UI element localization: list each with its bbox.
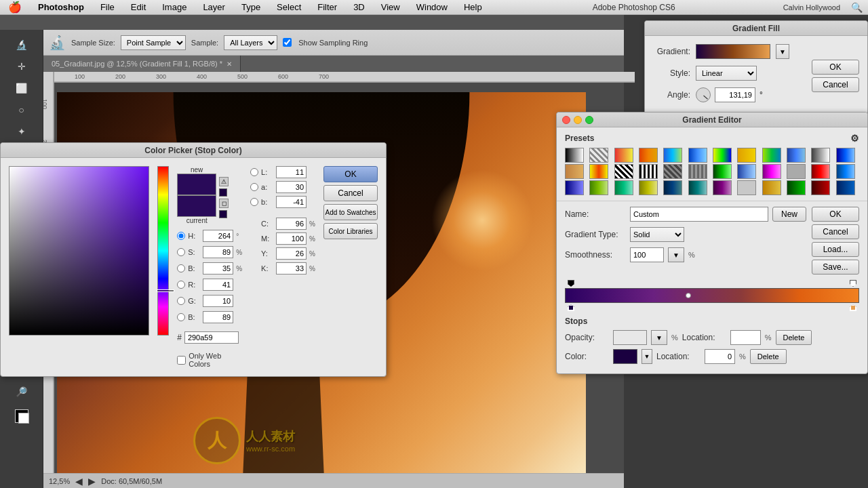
preset-swatch-31[interactable] <box>737 180 756 195</box>
save-button[interactable]: Save... <box>812 260 859 274</box>
green-radio[interactable] <box>177 297 185 305</box>
gradient-fill-ok-button[interactable]: OK <box>812 60 859 75</box>
y-input[interactable] <box>276 247 307 260</box>
preset-swatch-33[interactable] <box>787 180 806 195</box>
menu-filter[interactable]: Filter <box>315 2 340 12</box>
opacity-dropdown[interactable]: ▼ <box>651 330 667 345</box>
tab-close-button[interactable]: ✕ <box>226 60 232 68</box>
picker-ok-button[interactable]: OK <box>323 166 378 182</box>
location-opacity-input[interactable] <box>730 330 761 345</box>
add-to-swatches-button[interactable]: Add to Swatches <box>323 204 378 220</box>
smoothness-dropdown[interactable]: ▼ <box>668 247 684 262</box>
hex-input[interactable] <box>184 331 239 344</box>
search-icon[interactable]: 🔍 <box>851 2 863 13</box>
menu-photoshop[interactable]: Photoshop <box>35 2 87 12</box>
name-input[interactable] <box>630 207 768 222</box>
preset-swatch-23[interactable] <box>836 164 855 179</box>
a-radio[interactable] <box>250 183 258 191</box>
gamut-icon[interactable]: ◻ <box>219 199 229 208</box>
new-gradient-button[interactable]: New <box>772 207 806 222</box>
preset-swatch-28[interactable] <box>663 180 682 195</box>
color-field[interactable] <box>9 166 149 336</box>
brightness-radio[interactable] <box>177 264 185 272</box>
preset-swatch-35[interactable] <box>836 180 855 195</box>
preset-swatch-32[interactable] <box>762 180 781 195</box>
smoothness-input[interactable] <box>630 247 664 262</box>
gradient-type-select[interactable]: Solid <box>630 227 684 242</box>
preset-swatch-15[interactable] <box>639 164 658 179</box>
tool-wand[interactable]: ✦ <box>12 122 31 141</box>
b2-input[interactable] <box>203 311 233 323</box>
preset-swatch-10[interactable] <box>811 148 830 163</box>
blue-radio[interactable] <box>177 313 185 321</box>
l-radio[interactable] <box>250 168 258 176</box>
r-input[interactable] <box>203 279 233 291</box>
menu-view[interactable]: View <box>378 2 403 12</box>
show-sampling-ring-checkbox[interactable] <box>283 38 292 47</box>
menu-type[interactable]: Type <box>239 2 263 12</box>
preset-swatch-1[interactable] <box>589 148 608 163</box>
color-stop-left[interactable] <box>568 304 574 311</box>
preset-swatch-21[interactable] <box>787 164 806 179</box>
l-input[interactable] <box>276 166 307 178</box>
angle-dial[interactable] <box>696 87 711 102</box>
preset-swatch-11[interactable] <box>836 148 855 163</box>
b-input[interactable] <box>203 262 233 274</box>
preset-swatch-17[interactable] <box>688 164 707 179</box>
menu-file[interactable]: File <box>98 2 117 12</box>
h-input[interactable] <box>203 230 233 242</box>
location-color-input[interactable] <box>705 349 735 364</box>
b3-input[interactable] <box>276 196 307 208</box>
color-libraries-button[interactable]: Color Libraries <box>323 223 378 239</box>
menu-help[interactable]: Help <box>461 2 485 12</box>
preset-swatch-4[interactable] <box>663 148 682 163</box>
saturation-radio[interactable] <box>177 248 185 256</box>
prev-icon[interactable]: ◀ <box>75 476 83 487</box>
preset-swatch-20[interactable] <box>762 164 781 179</box>
preset-swatch-13[interactable] <box>589 164 608 179</box>
background-color[interactable] <box>18 413 29 424</box>
delete-color-stop-button[interactable]: Delete <box>750 349 787 364</box>
sample-size-select[interactable]: Point Sample <box>121 35 186 50</box>
gradient-bar[interactable] <box>565 288 859 303</box>
foreground-background-colors[interactable] <box>15 409 28 423</box>
tool-zoom[interactable]: 🔎 <box>12 382 31 401</box>
only-web-colors-checkbox[interactable] <box>177 356 186 365</box>
foreground-color[interactable] <box>15 409 28 423</box>
preset-swatch-22[interactable] <box>811 164 830 179</box>
tool-lasso[interactable]: ○ <box>12 100 31 119</box>
preset-swatch-3[interactable] <box>639 148 658 163</box>
web-safe-icon[interactable]: ⚠ <box>219 177 229 186</box>
preset-swatch-29[interactable] <box>688 180 707 195</box>
preset-swatch-16[interactable] <box>663 164 682 179</box>
g-input[interactable] <box>203 295 233 307</box>
menu-select[interactable]: Select <box>274 2 304 12</box>
preset-swatch-7[interactable] <box>737 148 756 163</box>
tool-move[interactable]: ✛ <box>12 57 31 76</box>
preset-swatch-14[interactable] <box>614 164 633 179</box>
picker-cancel-button[interactable]: Cancel <box>323 185 378 201</box>
red-radio[interactable] <box>177 281 185 289</box>
preset-swatch-19[interactable] <box>737 164 756 179</box>
color-stop-swatch[interactable] <box>613 349 637 364</box>
opacity-stop-left[interactable] <box>568 280 574 287</box>
preset-swatch-0[interactable] <box>565 148 584 163</box>
tool-marquee[interactable]: ⬜ <box>12 79 31 98</box>
color-stop-right[interactable] <box>850 304 856 311</box>
close-button[interactable] <box>562 116 570 124</box>
k-input[interactable] <box>276 262 307 274</box>
menu-layer[interactable]: Layer <box>200 2 228 12</box>
preset-swatch-6[interactable] <box>713 148 732 163</box>
presets-settings-icon[interactable]: ⚙ <box>850 133 859 144</box>
preset-swatch-9[interactable] <box>787 148 806 163</box>
gamut-color-swatch[interactable] <box>219 210 227 218</box>
m-input[interactable] <box>276 232 307 245</box>
s-input[interactable] <box>203 246 233 258</box>
menu-image[interactable]: Image <box>159 2 189 12</box>
minimize-button[interactable] <box>574 116 582 124</box>
tool-eyedropper[interactable]: 🔬 <box>12 35 31 54</box>
gradient-midpoint-marker[interactable] <box>686 293 691 298</box>
web-safe-color-swatch[interactable] <box>219 188 227 197</box>
sample-select[interactable]: All Layers <box>224 35 277 50</box>
menu-window[interactable]: Window <box>414 2 450 12</box>
